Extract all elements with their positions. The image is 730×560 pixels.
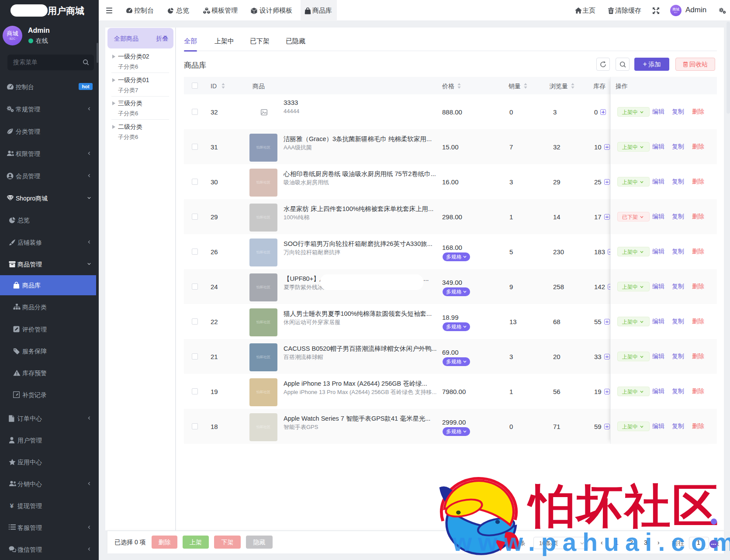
svg-text:¥: ¥ (10, 502, 14, 509)
